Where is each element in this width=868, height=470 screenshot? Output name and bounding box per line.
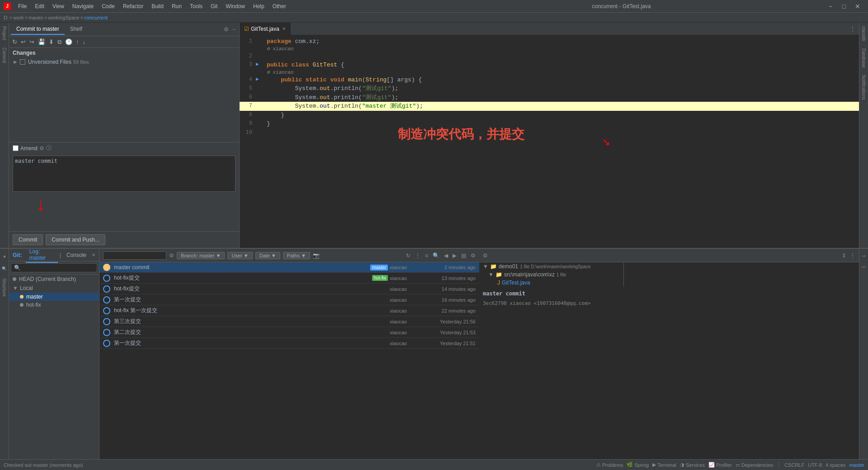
menu-run[interactable]: Run [168,2,185,10]
amend-checkbox[interactable] [13,145,19,151]
log-row-0[interactable]: master commit master xiaocao 2 minutes a… [99,262,479,273]
utf-status[interactable]: UTF-8 [808,462,822,468]
log-row-7[interactable]: 第一次提交 xiaocao Yesterday 21:51 [99,338,479,349]
bookmarks-label[interactable]: ★ [1,251,8,262]
close-panel-icon[interactable]: − [231,25,237,33]
head-current-branch[interactable]: HEAD (Current Branch) [9,275,99,284]
log-search-input[interactable] [103,252,166,260]
git-branch-search-input[interactable] [11,263,97,272]
dependencies-tab[interactable]: ⚎ Dependencies [736,462,773,468]
breadcrumb-maven[interactable]: maven [28,15,43,20]
maximize-button[interactable]: □ [837,0,851,13]
close-button[interactable]: ✕ [851,0,864,13]
log-row-2[interactable]: hot-fix提交 xiaocao 14 minutes ago [99,284,479,294]
menu-view[interactable]: View [49,2,68,10]
log-settings2-icon[interactable]: ⚙ [471,252,476,259]
branch-hotfix[interactable]: hot-fix [9,301,99,309]
structure-label[interactable]: Structure [1,275,8,300]
classlib-label[interactable]: classlib [860,23,867,45]
menu-window[interactable]: Window [222,2,249,10]
sort-desc-btn[interactable]: ↓ [81,38,87,46]
collapse-log-icon[interactable]: ≡ [425,252,428,259]
menu-tools[interactable]: Tools [186,2,206,10]
sidebar-project-label[interactable]: Project [1,23,8,44]
gittest-java-item[interactable]: J GitTest.java [479,279,623,287]
src-path-item[interactable]: ▼ 📁 src\main\java\com\xz 1 file [479,271,623,279]
branch-status[interactable]: master [849,462,864,468]
spaces-status[interactable]: 4 spaces [826,462,845,468]
commit-and-push-button[interactable]: Commit and Push... [46,234,105,245]
tab-commit-to-master[interactable]: Commit to master [11,24,65,35]
demo01-item[interactable]: ▼ 📁 demo01 1 file D:\work\maven\workingS… [479,262,623,271]
database-label[interactable]: Database [860,45,867,71]
date-filter-btn[interactable]: Date▼ [255,252,280,259]
code-editor[interactable]: 1 package com.xz; ⚙ xiaocao 2 3 ▶ [240,35,859,248]
sidebar-commit-label[interactable]: Commit [1,44,8,66]
menu-edit[interactable]: Edit [31,2,48,10]
search-label[interactable]: 🔍 [1,262,8,275]
branch-filter-btn[interactable]: Branch: master▼ [177,252,225,259]
diff-btn[interactable]: ⧉ [56,38,63,47]
menu-navigate[interactable]: Navigate [69,2,97,10]
search-log-icon[interactable]: 🔍 [433,252,439,259]
local-group[interactable]: ▼ Local [9,284,99,293]
amend-info-icon[interactable]: ⓘ [46,144,52,152]
log-prev-icon[interactable]: ◀ [444,252,448,259]
breadcrumb-work[interactable]: work [13,15,24,20]
refresh-log-icon[interactable]: ↻ [406,252,410,259]
undo-btn[interactable]: ↩ [19,38,27,46]
unversioned-checkbox[interactable] [20,59,25,65]
history-btn[interactable]: 🕐 [64,38,74,46]
unversioned-files-item[interactable]: ► Unversioned Files 59 files [9,58,239,66]
detail-close-icon[interactable]: ⋮ [850,252,855,259]
sort-down-icon[interactable]: ⇩ [860,261,867,272]
editor-more-icon[interactable]: ⋮ [850,26,855,32]
encoding-status[interactable]: CSCRLF [784,462,804,468]
notifications-label[interactable]: Notifications [860,71,867,103]
spring-tab[interactable]: 🌿 Spring [627,462,649,468]
expand-log-icon[interactable]: ⋮ [415,252,420,259]
commit-message-input[interactable]: master commit [13,156,236,192]
breadcrumb-concurrent[interactable]: concurrent [84,15,108,20]
problems-tab[interactable]: ⚠ Problems [596,462,623,468]
refresh-btn[interactable]: ↻ [11,38,19,46]
terminal-tab[interactable]: ▶ Terminal [652,462,676,468]
sort-asc-btn[interactable]: ↑ [75,38,80,46]
save-btn[interactable]: 💾 [37,38,47,46]
paths-filter-btn[interactable]: Paths▼ [283,252,310,259]
close-tab-icon[interactable]: ✕ [282,26,286,31]
tab-console[interactable]: Console [63,251,90,259]
tab-shelf[interactable]: Shelf [65,24,88,35]
services-tab[interactable]: ◑ Services [680,462,705,468]
settings-icon[interactable]: ⚙ [222,25,231,33]
menu-build[interactable]: Build [148,2,167,10]
minimize-button[interactable]: − [824,0,837,13]
breadcrumb-workspace[interactable]: workingSpace [48,15,80,20]
amend-settings-icon[interactable]: ⚙ [39,145,44,152]
tab-gittest-java[interactable]: ☑ GitTest.java ✕ [240,23,291,35]
profiler-tab[interactable]: 📈 Profiler [708,462,732,468]
log-action-icon[interactable]: ▤ [461,252,466,259]
menu-help[interactable]: Help [250,2,268,10]
menu-file[interactable]: File [14,2,30,10]
log-row-6[interactable]: 第二次提交 xiaocao Yesterday 21:53 [99,327,479,338]
detail-expand-icon[interactable]: ⇕ [842,252,846,259]
menu-code[interactable]: Code [98,2,118,10]
log-row-3[interactable]: 第一次提交 xiaocao 16 minutes ago [99,294,479,305]
commit-button[interactable]: Commit [13,234,43,245]
close-tab-icon[interactable]: ✕ [92,252,95,257]
redo-btn[interactable]: ↪ [28,38,36,46]
menu-other[interactable]: Other [269,2,290,10]
menu-git[interactable]: Git [207,2,221,10]
filter-icon[interactable]: 📷 [313,252,320,259]
sort-up-icon[interactable]: ⇧ [860,251,867,261]
log-next-icon[interactable]: ▶ [453,252,457,259]
log-row-4[interactable]: hot-fix 第一次提交 xiaocao 22 minutes ago [99,305,479,316]
menu-refactor[interactable]: Refactor [119,2,147,10]
tab-log-master[interactable]: Log: master [26,249,58,263]
branch-master[interactable]: master [9,293,99,301]
settings-icon[interactable]: ⚙ [169,252,174,259]
detail-settings-icon[interactable]: ⚙ [483,252,488,259]
user-filter-btn[interactable]: User▼ [227,252,252,259]
log-row-5[interactable]: 第三次提交 xiaocao Yesterday 21:56 [99,316,479,327]
